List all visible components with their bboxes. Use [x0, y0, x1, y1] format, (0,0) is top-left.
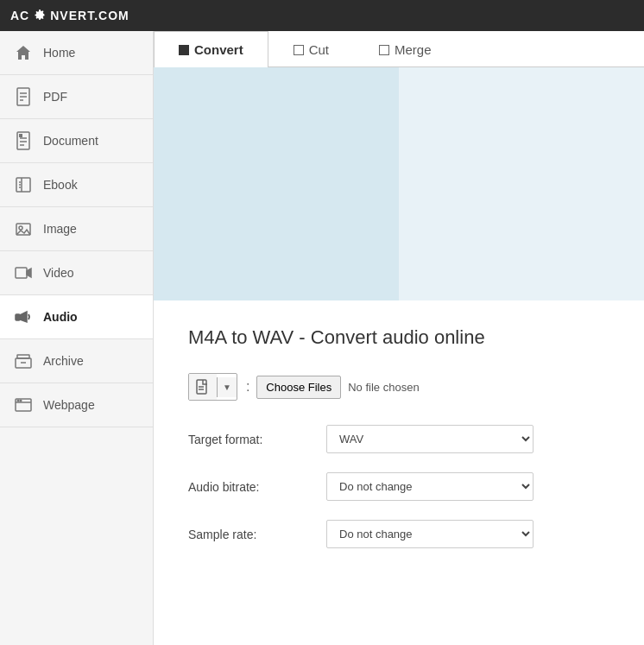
sample-rate-row: Sample rate: Do not change 8000 Hz 11025… [188, 520, 609, 548]
svg-point-15 [19, 226, 22, 230]
main-content: Convert Cut Merge M4A to WAV - Convert a… [154, 31, 644, 645]
logo-domain: NVERT.COM [50, 9, 129, 22]
logo-text: AC [10, 9, 29, 22]
sidebar-label-archive: Archive [43, 354, 84, 368]
sidebar-item-video[interactable]: Video [0, 251, 153, 295]
merge-tab-icon [379, 45, 389, 55]
sidebar-item-webpage[interactable]: Webpage [0, 383, 153, 427]
video-icon [14, 263, 33, 282]
sidebar-item-archive[interactable]: Archive [0, 339, 153, 383]
sidebar-label-document: Document [43, 134, 98, 148]
document-icon [14, 131, 33, 150]
svg-rect-8 [19, 134, 22, 137]
tab-merge-label: Merge [395, 42, 432, 57]
archive-icon [14, 351, 33, 370]
target-format-row: Target format: WAV MP3 M4A FLAC OGG AAC [188, 425, 609, 453]
svg-point-24 [17, 400, 19, 402]
audio-bitrate-label: Audio bitrate: [188, 480, 326, 494]
sidebar: Home PDF Document Ebook Image [0, 31, 154, 645]
sidebar-label-ebook: Ebook [43, 178, 78, 192]
page-content-area: M4A to WAV - Convert audio online ▼ : [154, 300, 644, 593]
file-doc-icon [196, 379, 210, 395]
site-logo: AC NVERT.COM [10, 9, 129, 22]
banner-right [399, 67, 644, 300]
convert-tab-icon [179, 45, 189, 55]
file-dropdown-button[interactable]: ▼ [217, 377, 237, 397]
image-icon [14, 219, 33, 238]
sidebar-item-pdf[interactable]: PDF [0, 75, 153, 119]
no-file-text: No file chosen [348, 381, 419, 394]
page-title: M4A to WAV - Convert audio online [188, 326, 609, 349]
file-input-row: ▼ : Choose Files No file chosen [188, 373, 609, 401]
tab-convert[interactable]: Convert [154, 31, 268, 67]
banner-area [154, 67, 644, 300]
sidebar-label-webpage: Webpage [43, 398, 95, 412]
tab-merge[interactable]: Merge [354, 31, 457, 67]
tab-bar: Convert Cut Merge [154, 31, 644, 67]
tab-cut[interactable]: Cut [268, 31, 354, 67]
ebook-icon [14, 175, 33, 194]
sidebar-item-home[interactable]: Home [0, 31, 153, 75]
tab-cut-label: Cut [309, 42, 329, 57]
target-format-select[interactable]: WAV MP3 M4A FLAC OGG AAC [326, 425, 534, 453]
cut-tab-icon [294, 45, 304, 55]
sidebar-label-home: Home [43, 46, 75, 60]
file-icon-button[interactable] [189, 374, 217, 400]
top-navigation: AC NVERT.COM [0, 0, 644, 31]
svg-rect-16 [16, 268, 27, 278]
target-format-label: Target format: [188, 433, 326, 446]
audio-bitrate-row: Audio bitrate: Do not change 32k 64k 128… [188, 472, 609, 501]
svg-rect-20 [17, 355, 29, 358]
svg-rect-9 [16, 178, 30, 192]
file-colon: : [246, 379, 249, 395]
audio-bitrate-select[interactable]: Do not change 32k 64k 128k 192k 256k 320… [326, 472, 534, 501]
sidebar-label-pdf: PDF [43, 90, 67, 104]
home-icon [14, 43, 33, 62]
choose-files-button[interactable]: Choose Files [256, 376, 341, 399]
sidebar-label-image: Image [43, 222, 77, 236]
pdf-icon [14, 87, 33, 106]
gear-icon [33, 9, 47, 22]
file-button-group: ▼ [188, 373, 237, 401]
tab-convert-label: Convert [194, 42, 243, 57]
webpage-icon [14, 395, 33, 414]
sidebar-label-video: Video [43, 266, 74, 280]
sample-rate-label: Sample rate: [188, 528, 326, 541]
sample-rate-select[interactable]: Do not change 8000 Hz 11025 Hz 22050 Hz … [326, 520, 534, 548]
sidebar-item-ebook[interactable]: Ebook [0, 163, 153, 207]
sidebar-label-audio: Audio [43, 310, 78, 324]
sidebar-item-image[interactable]: Image [0, 207, 153, 251]
sidebar-item-document[interactable]: Document [0, 119, 153, 163]
audio-icon [14, 307, 33, 326]
sidebar-item-audio[interactable]: Audio [0, 295, 153, 339]
svg-point-25 [20, 400, 22, 402]
banner-left [154, 67, 399, 300]
